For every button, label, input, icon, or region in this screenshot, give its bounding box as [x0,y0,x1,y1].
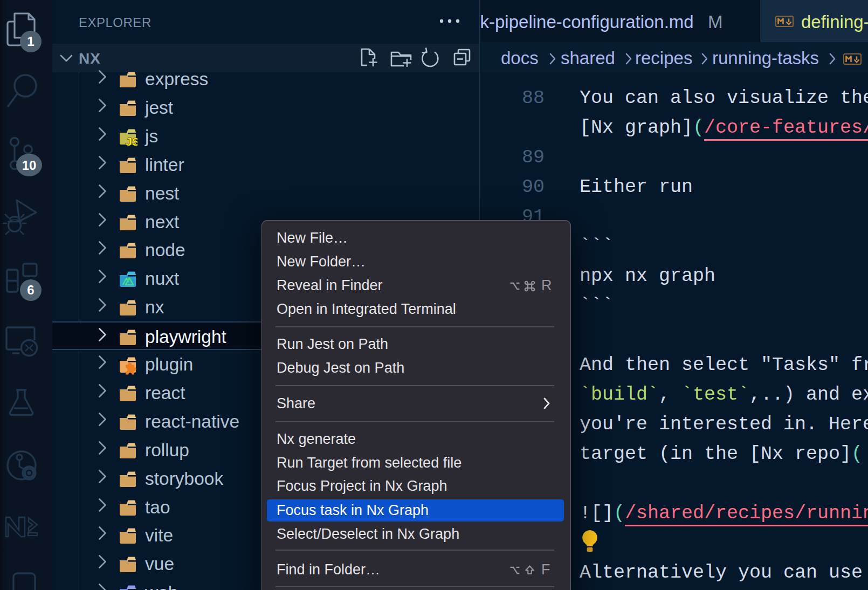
svg-text:10: 10 [22,158,37,173]
svg-text:6: 6 [27,283,34,297]
svg-text:1: 1 [27,34,34,49]
svg-text:JS: JS [126,135,137,148]
